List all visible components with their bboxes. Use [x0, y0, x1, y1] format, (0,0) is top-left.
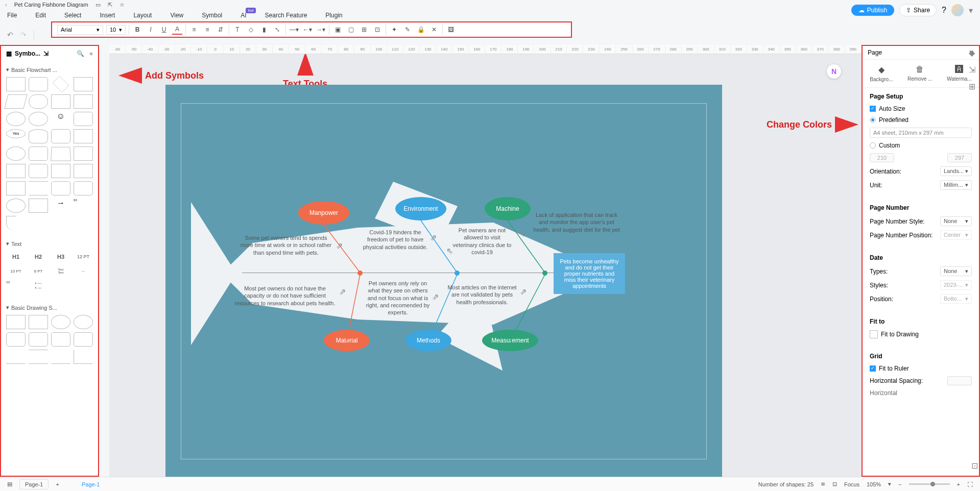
- draw-rr1[interactable]: [6, 332, 26, 347]
- draw-rect[interactable]: [29, 315, 48, 329]
- font-color-button[interactable]: A: [172, 24, 182, 35]
- shape-parallelogram[interactable]: [4, 94, 28, 109]
- text-10pt[interactable]: 10 PT: [6, 265, 26, 277]
- shape-card[interactable]: [74, 94, 93, 109]
- shape-hex[interactable]: [6, 181, 26, 195]
- page-tab-current[interactable]: Page-1: [19, 479, 49, 489]
- orientation-select[interactable]: Lands...▾: [940, 166, 972, 176]
- tab-remove[interactable]: 🗑Remove ...: [907, 65, 932, 82]
- shape-doc[interactable]: [74, 77, 93, 91]
- menu-plugin[interactable]: Plugin: [325, 12, 342, 19]
- auto-size-checkbox[interactable]: Auto Size: [870, 105, 972, 112]
- shape-cylinder[interactable]: [29, 129, 48, 143]
- node-material[interactable]: Material: [324, 330, 370, 351]
- shape-db[interactable]: [74, 112, 93, 126]
- text-tool-button[interactable]: T: [232, 24, 243, 35]
- pin-icon[interactable]: ⇲: [43, 50, 49, 57]
- shape-delay[interactable]: [74, 181, 93, 195]
- edit-button[interactable]: ✎: [402, 24, 413, 35]
- h-spacing-input[interactable]: [947, 376, 972, 385]
- menu-symbol[interactable]: Symbol: [202, 12, 222, 19]
- italic-button[interactable]: I: [146, 24, 156, 35]
- shape-display[interactable]: [51, 129, 70, 143]
- shape-lines[interactable]: [29, 181, 48, 195]
- page-tab-active[interactable]: Page-1: [77, 480, 105, 489]
- shape-arrow[interactable]: →: [51, 199, 70, 213]
- pn-pos-select[interactable]: Center▾: [940, 230, 972, 240]
- draw-sq[interactable]: [6, 315, 26, 329]
- text-h3[interactable]: H3: [51, 251, 70, 262]
- expand-tool-icon[interactable]: ⊡: [971, 461, 978, 471]
- text-bullets[interactable]: • —• —: [29, 280, 48, 291]
- height-input[interactable]: [947, 153, 972, 162]
- shape-trap1[interactable]: [51, 147, 71, 161]
- unlock-button[interactable]: ✕: [429, 24, 439, 35]
- text-8pt[interactable]: 8 PT: [29, 265, 48, 277]
- avatar[interactable]: [951, 4, 964, 16]
- fill-button[interactable]: ◇: [246, 24, 256, 35]
- shape-trap2[interactable]: [74, 164, 93, 178]
- styles-select[interactable]: 2023-...▾: [940, 280, 972, 290]
- shape-rect[interactable]: [6, 77, 26, 91]
- text-block1[interactable]: TextText: [51, 265, 70, 277]
- fit-drawing-button[interactable]: Fit to Drawing: [870, 330, 972, 338]
- publish-button[interactable]: ☁ Publish: [851, 5, 894, 16]
- open-icon[interactable]: ⇱: [108, 2, 112, 8]
- draw-rr3[interactable]: [51, 332, 70, 347]
- section-flowchart[interactable]: ▾ Basic Flowchart ...: [1, 64, 98, 75]
- zoom-in-button[interactable]: +: [957, 481, 960, 487]
- text-mach2[interactable]: Most articles on the internet are not va…: [446, 284, 518, 306]
- shape-tag[interactable]: [74, 129, 93, 143]
- shape-data[interactable]: [51, 164, 70, 178]
- paper-size-select[interactable]: [870, 128, 972, 138]
- shape-pent[interactable]: [29, 199, 48, 213]
- width-input[interactable]: [870, 153, 894, 162]
- group-button[interactable]: ⊡: [372, 24, 383, 35]
- connector-button[interactable]: ⤡: [272, 24, 282, 35]
- effects-button[interactable]: ✦: [389, 24, 399, 35]
- shape-round-rect[interactable]: [29, 77, 48, 91]
- fullscreen-icon[interactable]: ⛶: [967, 481, 973, 487]
- text-12pt[interactable]: 12 PT: [74, 251, 93, 262]
- back-icon[interactable]: ‹: [5, 2, 7, 8]
- align-left-button[interactable]: ≡: [189, 24, 199, 35]
- align-center-button[interactable]: ≡: [202, 24, 212, 35]
- menu-insert[interactable]: Insert: [100, 12, 115, 19]
- draw-tri2[interactable]: [51, 350, 70, 364]
- line-spacing-button[interactable]: ⇵: [216, 24, 226, 35]
- arrow-end-button[interactable]: →▾: [316, 24, 326, 35]
- text-env1[interactable]: Covid-19 hinders the freedom of pet to h…: [360, 229, 431, 251]
- section-text[interactable]: ▾ Text: [1, 238, 98, 249]
- back-button[interactable]: ▢: [346, 24, 356, 35]
- node-environment[interactable]: Environment: [395, 197, 446, 220]
- result-box[interactable]: Pets become unhealthy and do not get the…: [554, 253, 625, 294]
- shape-actor[interactable]: ☺: [51, 112, 70, 126]
- text-manpower2[interactable]: Most pet owners do not have the capacity…: [234, 285, 336, 307]
- undo-icon[interactable]: ↶: [7, 31, 13, 41]
- draw-circle[interactable]: [51, 315, 70, 329]
- shape-note[interactable]: ≡≡: [74, 199, 93, 213]
- menu-view[interactable]: View: [170, 12, 183, 19]
- apps-tool-icon[interactable]: ⊞: [969, 82, 975, 91]
- draw-tri1[interactable]: [6, 350, 26, 364]
- share-button[interactable]: ⇪ Share: [899, 4, 937, 16]
- menu-ai[interactable]: AI: [241, 12, 246, 19]
- shape-subprocess[interactable]: [51, 94, 70, 109]
- position-select[interactable]: Botto...▾: [940, 294, 972, 304]
- star-icon[interactable]: ☆: [119, 2, 125, 8]
- text-box[interactable]: ▭: [6, 280, 26, 294]
- types-select[interactable]: None▾: [940, 266, 972, 276]
- menu-select[interactable]: Select: [64, 12, 81, 19]
- arrow-start-button[interactable]: ←▾: [302, 24, 313, 35]
- node-methods[interactable]: Methods: [405, 330, 451, 351]
- text-mach1[interactable]: Pet owners are not allowed to visit vete…: [451, 227, 513, 256]
- front-button[interactable]: ▣: [332, 24, 343, 35]
- text-block2[interactable]: —: [74, 265, 93, 277]
- tab-background[interactable]: ◆Backgro...: [870, 65, 893, 82]
- draw-tri3[interactable]: [74, 350, 93, 364]
- text-h1[interactable]: H1: [6, 251, 26, 262]
- shape-term[interactable]: [29, 164, 48, 178]
- text-h2[interactable]: H2: [29, 251, 48, 262]
- shape-yes[interactable]: Yes: [6, 129, 26, 138]
- collapse-icon[interactable]: «: [89, 50, 93, 57]
